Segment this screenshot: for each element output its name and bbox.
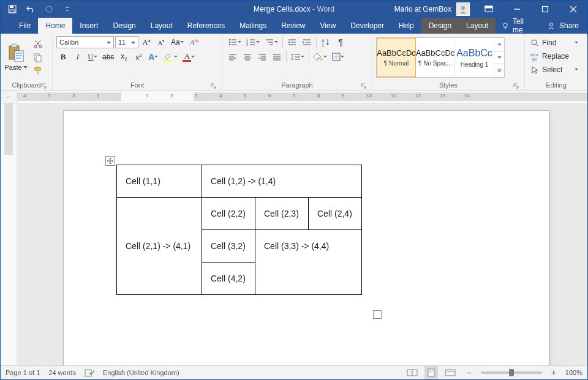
shading-button[interactable] [312, 50, 329, 64]
style-heading-1[interactable]: AaBbCcHeading 1 [455, 38, 494, 77]
align-right-button[interactable] [255, 50, 269, 64]
account-area[interactable]: Mario at GemBox [392, 2, 472, 16]
strikethrough-button[interactable]: abc [100, 50, 116, 64]
tab-view[interactable]: View [313, 18, 344, 34]
status-proofing[interactable] [85, 368, 94, 377]
styles-launcher[interactable] [512, 82, 519, 89]
page[interactable]: Cell (1,1) Cell (1,2) -> (1,4) Cell (2,1… [64, 111, 549, 365]
tab-help[interactable]: Help [391, 18, 421, 34]
styles-gallery[interactable]: AaBbCcDc¶ Normal AaBbCcDc¶ No Spac... Aa… [376, 37, 505, 78]
paste-button[interactable]: Paste [4, 35, 28, 76]
borders-button[interactable] [330, 50, 346, 64]
status-words[interactable]: 24 words [48, 369, 76, 376]
justify-button[interactable] [270, 50, 284, 64]
bold-button[interactable]: B [56, 50, 70, 64]
subscript-button[interactable]: x2 [117, 50, 130, 64]
table-move-handle[interactable] [105, 156, 115, 166]
redo-button[interactable] [41, 1, 57, 17]
share-button[interactable]: Share [538, 18, 587, 34]
zoom-thumb[interactable] [509, 369, 514, 376]
cut-button[interactable] [31, 37, 45, 51]
shrink-font-button[interactable]: A▾ [154, 35, 168, 49]
tab-design[interactable]: Design [105, 18, 143, 34]
tab-insert[interactable]: Insert [72, 18, 105, 34]
view-read-mode[interactable] [405, 366, 420, 379]
decrease-indent-button[interactable] [285, 35, 299, 49]
gallery-down[interactable] [494, 51, 504, 65]
view-web-layout[interactable] [443, 366, 458, 379]
find-button[interactable]: Find [529, 36, 580, 50]
line-spacing-button[interactable] [289, 50, 306, 64]
font-color-button[interactable]: A [181, 50, 197, 64]
bullets-button[interactable] [226, 35, 243, 49]
highlight-button[interactable] [161, 50, 179, 64]
numbering-button[interactable]: 123 [244, 35, 262, 49]
table-cell[interactable]: Cell (2,1) -> (4,1) [117, 198, 202, 295]
save-button[interactable] [4, 1, 20, 17]
horizontal-ruler[interactable]: 43211234567891011121314 [17, 91, 587, 103]
zoom-level[interactable]: 100% [565, 369, 582, 376]
table-cell[interactable]: Cell (2,3) [255, 198, 309, 230]
table-resize-handle[interactable] [373, 310, 382, 319]
underline-button[interactable]: U [86, 50, 99, 64]
tab-table-design[interactable]: Design [421, 18, 459, 34]
ribbon-options-button[interactable] [475, 1, 503, 18]
document-table[interactable]: Cell (1,1) Cell (1,2) -> (1,4) Cell (2,1… [116, 165, 362, 295]
table-cell[interactable]: Cell (3,3) -> (4,4) [255, 230, 362, 295]
qat-customize[interactable] [59, 1, 75, 17]
tab-layout[interactable]: Layout [143, 18, 180, 34]
superscript-button[interactable]: x2 [132, 50, 145, 64]
italic-button[interactable]: I [71, 50, 85, 64]
show-marks-button[interactable]: ¶ [334, 35, 347, 49]
tab-developer[interactable]: Developer [343, 18, 391, 34]
clear-formatting-button[interactable]: A [187, 35, 202, 49]
table-cell[interactable]: Cell (3,2) [202, 230, 255, 263]
document-canvas[interactable]: Cell (1,1) Cell (1,2) -> (1,4) Cell (2,1… [17, 103, 587, 365]
vertical-ruler[interactable] [1, 103, 17, 365]
tab-review[interactable]: Review [274, 18, 312, 34]
font-size-select[interactable]: 11 [115, 36, 138, 48]
tab-file[interactable]: File [12, 18, 38, 34]
zoom-in-button[interactable]: + [547, 366, 560, 379]
align-left-button[interactable] [226, 50, 239, 64]
format-painter-button[interactable] [31, 64, 45, 78]
copy-button[interactable] [31, 51, 45, 64]
paragraph-launcher[interactable] [360, 82, 367, 89]
tab-references[interactable]: References [180, 18, 232, 34]
style-normal[interactable]: AaBbCcDc¶ Normal [377, 38, 416, 77]
font-family-select[interactable]: Calibri [56, 36, 114, 48]
close-button[interactable] [559, 1, 587, 18]
gallery-up[interactable] [494, 38, 504, 51]
tab-mailings[interactable]: Mailings [232, 18, 274, 34]
undo-button[interactable] [23, 1, 39, 17]
tab-home[interactable]: Home [38, 18, 72, 34]
clipboard-launcher[interactable] [40, 82, 47, 89]
tab-table-layout[interactable]: Layout [459, 18, 496, 34]
table-cell[interactable]: Cell (2,4) [309, 198, 362, 230]
text-effects-button[interactable]: A [146, 50, 160, 64]
select-button[interactable]: Select [529, 63, 580, 76]
replace-button[interactable]: abacReplace [529, 50, 580, 63]
tell-me-search[interactable]: Tell me [496, 18, 538, 34]
status-page[interactable]: Page 1 of 1 [6, 369, 40, 376]
gallery-more[interactable] [494, 64, 504, 77]
align-center-button[interactable] [241, 50, 254, 64]
change-case-button[interactable]: Aa [169, 35, 186, 49]
table-cell[interactable]: Cell (2,2) [202, 198, 255, 230]
ruler-corner[interactable]: ⌐ [1, 91, 17, 103]
status-language[interactable]: English (United Kingdom) [103, 369, 179, 376]
font-launcher[interactable] [209, 82, 217, 89]
zoom-out-button[interactable]: − [462, 366, 476, 379]
style-no-spacing[interactable]: AaBbCcDc¶ No Spac... [416, 38, 455, 77]
grow-font-button[interactable]: A▴ [140, 35, 153, 49]
table-cell[interactable]: Cell (1,1) [117, 165, 202, 198]
maximize-button[interactable] [531, 1, 559, 18]
minimize-button[interactable] [503, 1, 531, 18]
multilevel-list-button[interactable] [263, 35, 280, 49]
sort-button[interactable]: AZ [319, 35, 333, 49]
view-print-layout[interactable] [424, 366, 438, 379]
table-cell[interactable]: Cell (4,2) [202, 263, 255, 295]
table-cell[interactable]: Cell (1,2) -> (1,4) [202, 165, 362, 198]
increase-indent-button[interactable] [300, 35, 314, 49]
zoom-slider[interactable] [481, 371, 542, 374]
